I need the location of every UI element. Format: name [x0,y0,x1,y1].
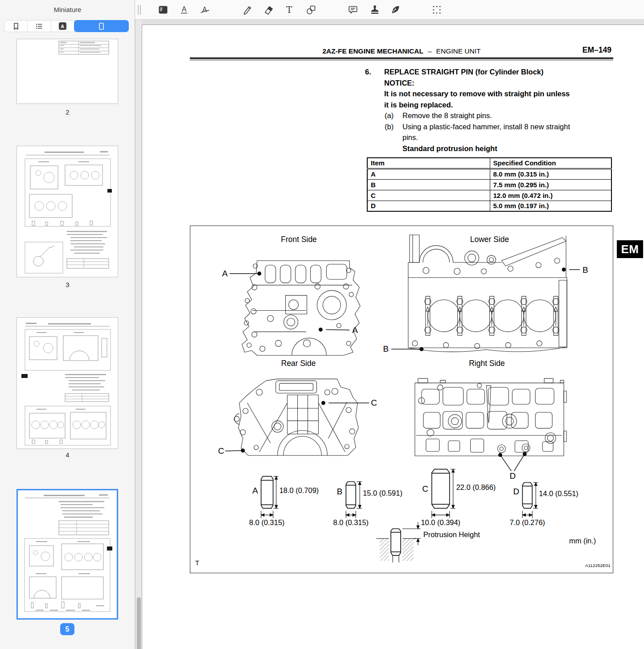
strikethrough-text-button[interactable]: A [198,3,212,16]
rear-side-drawing [234,379,358,456]
text-tool-icon: T [284,4,295,15]
header-dash: – [428,47,432,55]
protrusion-height-label: Protrusion Height [423,530,480,538]
tab-thumbnails[interactable] [74,20,129,32]
cell-cond-d: 5.0 mm (0.197 in.) [490,201,611,211]
tab-annotations[interactable]: A [51,21,74,32]
pin-b-height: 15.0 (0.591) [363,489,402,497]
header-rule [190,58,613,60]
callout-d: D [510,471,516,481]
text-tool-button[interactable]: T [283,3,296,16]
eraser-tool-button[interactable] [262,3,275,16]
thumbnail-sidebar: Miniature A [0,0,135,649]
cell-item-d: D [367,201,490,211]
selection-tool-button[interactable] [430,3,443,16]
text-glyph: T [286,4,292,15]
shapes-tool-button[interactable] [304,3,318,16]
callout-a-left: A [222,269,228,278]
shapes-icon [306,4,316,15]
cell-item-c: C [367,190,490,201]
right-side-drawing [415,378,566,456]
front-side-label: Front Side [281,235,316,244]
header-section-title: 2AZ-FE ENGINE MECHANICAL [322,47,423,55]
pin-d-label: D [513,487,520,496]
page-thumbnail-3[interactable] [16,146,118,277]
pin-c-height: 22.0 (0.866) [456,483,496,491]
eraser-icon [263,4,274,15]
pin-d-width: 7.0 (0.276) [510,518,546,526]
callout-b-left: B [383,344,389,353]
thumbnail-4-sketch [17,318,118,448]
callout-c-right: C [371,398,377,407]
page-number-label: EM–149 [582,45,611,55]
em-section-tab: EM [617,240,643,258]
tab-outline[interactable] [28,21,51,32]
pin-c-label: C [422,484,428,493]
page-number-3: 3 [0,281,135,288]
figure-id: A112252E01 [585,563,611,568]
page-header: 2AZ-FE ENGINE MECHANICAL–ENGINE UNIT [190,47,613,55]
rear-side-label: Rear Side [281,359,316,368]
strike-a-icon: A [200,4,210,15]
engine-figure-box: Front Side Lower Side Rear Side Right Si… [190,226,613,573]
step-number: 6. [365,66,384,78]
style-glyph: A [162,8,166,13]
col-item: Item [367,158,490,168]
bookmark-icon [12,22,21,31]
table-row: B7.5 mm (0.295 in.) [367,179,611,190]
corner-mark: T [195,559,199,567]
page-number-4: 4 [0,451,135,459]
lower-side-label: Lower Side [470,235,509,244]
pin-b-label: B [337,487,343,496]
lower-side-drawing [408,235,567,352]
sidebar-scrollbar-thumb[interactable] [137,597,141,649]
page-icon [97,22,106,31]
thumbnail-2-sketch [17,39,118,103]
table-header-row: Item Specified Condition [367,158,611,168]
pin-a-height: 18.0 (0.709) [279,486,319,494]
pen-icon [390,4,400,15]
page-number-5-selected: 5 [60,623,74,635]
callout-b-right: B [582,265,588,275]
table-row: A8.0 mm (0.315 in.) [367,168,611,179]
substep-b-text-1: Using a plastic-faced hammer, install 8 … [402,121,570,132]
format-style-icon: A [158,4,168,15]
stamp-icon [369,4,380,15]
callout-c-left: C [218,446,224,456]
page-thumbnail-4[interactable] [16,317,118,449]
page-thumbnail-2[interactable] [16,39,118,104]
cell-item-a: A [367,168,490,179]
comment-icon [348,4,358,15]
sidebar-view-switcher: A [4,20,129,32]
table-row: C12.0 mm (0.472 in.) [367,190,611,201]
spec-table: Item Specified Condition A8.0 mm (0.315 … [367,157,612,212]
cell-cond-b: 7.5 mm (0.295 in.) [490,179,611,190]
substep-b-text-2: pins. [402,132,418,143]
notice-line-2: it is being replaced. [384,99,615,111]
format-style-button[interactable]: A [156,3,170,16]
tab-bookmarks[interactable] [4,21,28,32]
underline-a-icon: A [179,4,189,15]
stamp-tool-button[interactable] [368,3,381,16]
engine-figure: Front Side Lower Side Rear Side Right Si… [190,226,613,573]
toolbar-drag-handle[interactable] [137,5,142,15]
cell-cond-c: 12.0 mm (0.472 in.) [490,190,611,201]
pin-b-width: 8.0 (0.315) [333,518,369,526]
pin-d-height: 14.0 (0.551) [539,489,578,497]
table-row: D5.0 mm (0.197 in.) [367,201,611,211]
sidebar-title: Miniature [0,6,135,13]
pencil-tool-button[interactable] [241,3,254,16]
thumbnail-5-sketch [18,490,117,618]
underline-text-button[interactable]: A [177,3,191,16]
underline-glyph: A [182,5,187,13]
pdf-viewer-window: Miniature A [0,0,644,649]
col-condition: Specified Condition [490,158,611,168]
header-subsection: ENGINE UNIT [436,47,481,55]
sidebar-scrollbar[interactable] [135,20,142,649]
pen-tool-button[interactable] [388,3,402,16]
annotation-toolbar: A A A T [135,0,644,20]
page-thumbnail-5-selected[interactable] [16,489,118,620]
comment-tool-button[interactable] [346,3,360,16]
subheading: Standard protrusion height [402,143,615,154]
pin-a-width: 8.0 (0.315) [249,518,285,526]
